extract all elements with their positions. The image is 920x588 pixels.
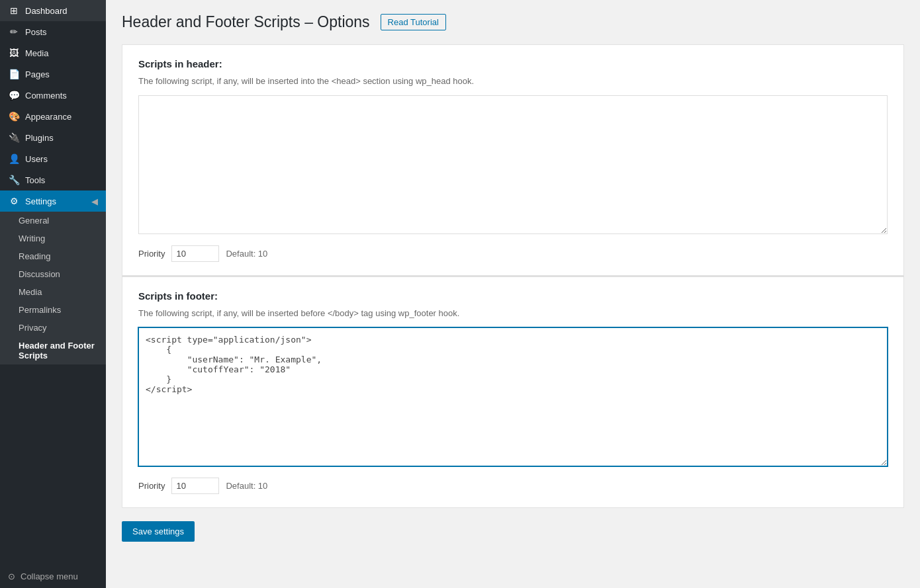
- collapse-menu-button[interactable]: ⊙ Collapse menu: [0, 565, 106, 588]
- tools-icon: 🔧: [8, 175, 20, 185]
- scripts-footer-card: Scripts in footer: The following script,…: [122, 276, 904, 508]
- submenu-item-general[interactable]: General: [0, 212, 106, 230]
- sidebar-item-appearance[interactable]: 🎨 Appearance: [0, 106, 106, 127]
- scripts-header-card: Scripts in header: The following script,…: [122, 44, 904, 276]
- sidebar-item-posts[interactable]: ✏ Posts: [0, 21, 106, 42]
- collapse-menu-label: Collapse menu: [21, 571, 78, 581]
- read-tutorial-button[interactable]: Read Tutorial: [381, 14, 446, 30]
- settings-icon: ⚙: [8, 196, 20, 206]
- save-settings-button[interactable]: Save settings: [122, 521, 195, 542]
- sidebar-item-label: Comments: [25, 91, 67, 101]
- submenu-item-reading[interactable]: Reading: [0, 247, 106, 265]
- sidebar-item-comments[interactable]: 💬 Comments: [0, 85, 106, 106]
- collapse-icon: ⊙: [8, 571, 15, 581]
- sidebar-item-tools[interactable]: 🔧 Tools: [0, 169, 106, 190]
- media-icon: 🖼: [8, 48, 20, 58]
- scripts-header-textarea[interactable]: [138, 95, 888, 234]
- header-priority-default: Default: 10: [226, 249, 267, 259]
- dashboard-icon: ⊞: [8, 5, 20, 16]
- sidebar-item-settings[interactable]: ⚙ Settings ◀: [0, 190, 106, 212]
- settings-arrow-icon: ◀: [91, 196, 98, 206]
- submenu-item-header-footer[interactable]: Header and Footer Scripts: [0, 337, 106, 364]
- sidebar-item-pages[interactable]: 📄 Pages: [0, 63, 106, 85]
- sidebar-item-label: Appearance: [25, 112, 71, 122]
- submenu-item-writing[interactable]: Writing: [0, 230, 106, 247]
- page-header: Header and Footer Scripts – Options Read…: [122, 13, 904, 31]
- scripts-footer-textarea[interactable]: [138, 327, 888, 466]
- sidebar-item-plugins[interactable]: 🔌 Plugins: [0, 127, 106, 148]
- plugins-icon: 🔌: [8, 132, 20, 143]
- posts-icon: ✏: [8, 26, 20, 37]
- submenu-item-discussion[interactable]: Discussion: [0, 265, 106, 283]
- sidebar-item-label: Dashboard: [25, 6, 68, 16]
- sidebar-item-label: Posts: [25, 27, 47, 37]
- submenu-item-permalinks[interactable]: Permalinks: [0, 301, 106, 319]
- settings-submenu: General Writing Reading Discussion Media…: [0, 212, 106, 364]
- sidebar: ⊞ Dashboard ✏ Posts 🖼 Media 📄 Pages 💬 Co…: [0, 0, 106, 588]
- main-content: Header and Footer Scripts – Options Read…: [106, 0, 920, 588]
- header-priority-input[interactable]: [171, 245, 219, 262]
- footer-priority-row: Priority Default: 10: [138, 478, 888, 494]
- header-priority-row: Priority Default: 10: [138, 245, 888, 262]
- users-icon: 👤: [8, 153, 20, 164]
- page-title: Header and Footer Scripts – Options: [122, 13, 370, 31]
- appearance-icon: 🎨: [8, 111, 20, 122]
- footer-priority-label: Priority: [138, 481, 165, 491]
- scripts-header-description: The following script, if any, will be in…: [138, 76, 888, 86]
- sidebar-item-label: Users: [25, 154, 48, 164]
- sidebar-item-label: Tools: [25, 175, 45, 185]
- sidebar-item-users[interactable]: 👤 Users: [0, 148, 106, 169]
- sidebar-item-label: Media: [25, 48, 48, 58]
- footer-priority-default: Default: 10: [226, 481, 267, 491]
- sidebar-item-dashboard[interactable]: ⊞ Dashboard: [0, 0, 106, 21]
- sidebar-item-label: Settings: [25, 196, 56, 206]
- submenu-item-privacy[interactable]: Privacy: [0, 319, 106, 337]
- sidebar-item-label: Pages: [25, 69, 50, 79]
- footer-priority-input[interactable]: [171, 478, 219, 494]
- scripts-footer-title: Scripts in footer:: [138, 290, 888, 302]
- scripts-footer-description: The following script, if any, will be in…: [138, 308, 888, 318]
- sidebar-item-media[interactable]: 🖼 Media: [0, 42, 106, 63]
- submenu-item-media[interactable]: Media: [0, 283, 106, 301]
- scripts-header-title: Scripts in header:: [138, 58, 888, 69]
- pages-icon: 📄: [8, 69, 20, 79]
- comments-icon: 💬: [8, 90, 20, 101]
- header-priority-label: Priority: [138, 249, 165, 259]
- sidebar-item-label: Plugins: [25, 133, 54, 143]
